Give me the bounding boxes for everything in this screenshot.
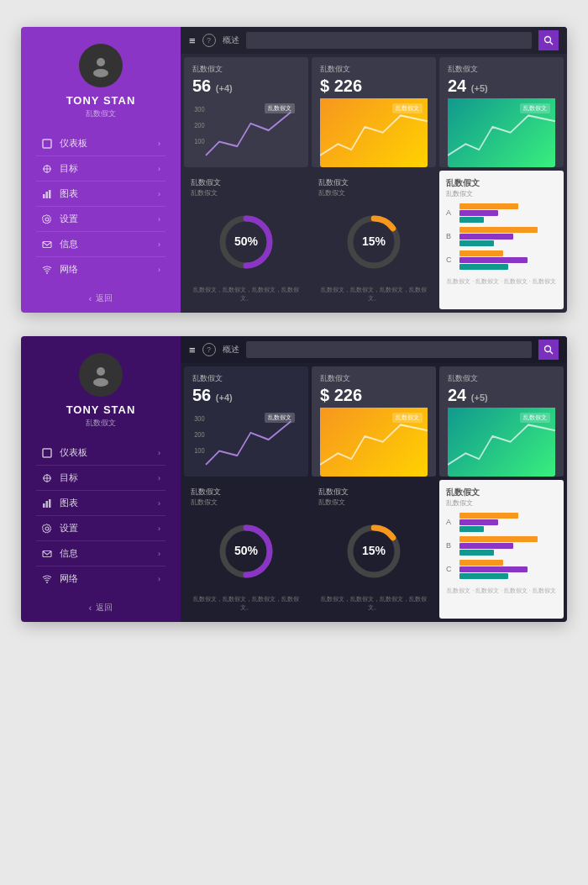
back-arrow-icon: ‹: [89, 294, 92, 303]
donut-subtitle: 乱数假文: [191, 498, 302, 507]
svg-text:15%: 15%: [362, 234, 386, 248]
back-label: 返回: [96, 602, 113, 614]
bar-row: A: [446, 513, 557, 532]
bar-segment: [459, 513, 518, 519]
svg-point-24: [93, 378, 108, 387]
crosshair-icon: [41, 163, 53, 175]
bar-segment: [459, 560, 503, 566]
nav-label: 设置: [60, 522, 78, 535]
ui-panel-panel2: TONY STAN 乱数假文 仪表板 › 目标 › 图表 ›: [21, 336, 567, 622]
svg-text:200: 200: [194, 120, 205, 129]
svg-point-0: [97, 58, 105, 66]
sidebar-item-网络[interactable]: 网络 ›: [36, 257, 165, 282]
chevron-icon: ›: [158, 140, 160, 148]
bar-label: A: [446, 208, 456, 217]
chevron-icon: ›: [158, 240, 160, 249]
chevron-icon: ›: [158, 474, 160, 482]
bar-segment: [459, 257, 528, 263]
bar-row: A: [446, 203, 557, 223]
bar-title: 乱数假文: [446, 177, 557, 189]
donut-card-0: 乱数假文 乱数假文 50% 乱数假文，乱数假文，乱数假文，乱数假文。: [184, 480, 308, 619]
sidebar-item-仪表板[interactable]: 仪表板 ›: [36, 131, 165, 156]
bar-group: [459, 250, 557, 270]
bar-segment: [459, 234, 513, 240]
bar-label: B: [446, 232, 456, 240]
menu-icon[interactable]: ≡: [189, 344, 196, 356]
donut-card-0: 乱数假文 乱数假文 50% 乱数假文，乱数假文，乱数假文，乱数假文。: [184, 171, 308, 310]
chevron-icon: ›: [158, 499, 160, 508]
nav-label: 信息: [60, 238, 78, 250]
donut-chart: 50%: [191, 201, 302, 285]
bar-row: C: [446, 250, 557, 270]
svg-point-32: [45, 527, 49, 530]
back-label: 返回: [96, 292, 113, 304]
stat-value: $ 226: [320, 386, 428, 404]
search-bar[interactable]: [246, 32, 532, 49]
svg-rect-7: [46, 192, 49, 198]
help-button[interactable]: ?: [202, 34, 216, 47]
back-button[interactable]: ‹ 返回: [74, 595, 128, 614]
bar-icon: [41, 188, 53, 200]
user-subtitle: 乱数假文: [86, 418, 116, 429]
sidebar-item-网络[interactable]: 网络 ›: [36, 566, 165, 591]
bar-segment: [459, 536, 538, 542]
bar-row: B: [446, 536, 557, 556]
donut-chart: 15%: [318, 201, 429, 285]
bar-segment: [459, 203, 518, 209]
cards-grid: 乱数假文 56 (+4) 乱数假文 300 200 100 乱数假文 $ 226…: [181, 54, 567, 313]
bar-row: C: [446, 560, 557, 579]
donut-caption: 乱数假文，乱数假文，乱数假文，乱数假文。: [318, 595, 429, 612]
donut-chart: 50%: [191, 510, 302, 594]
sidebar-item-目标[interactable]: 目标 ›: [36, 156, 165, 182]
donut-title: 乱数假文: [191, 487, 302, 498]
menu-icon[interactable]: ≡: [189, 34, 196, 47]
help-button[interactable]: ?: [202, 343, 216, 356]
svg-point-23: [97, 367, 105, 376]
bar-segment: [459, 227, 538, 233]
donut-title: 乱数假文: [191, 177, 302, 188]
search-button[interactable]: [538, 30, 559, 50]
svg-point-11: [46, 272, 48, 274]
avatar: [79, 353, 123, 397]
svg-rect-2: [43, 140, 51, 148]
svg-text:200: 200: [194, 429, 205, 439]
bar-card: 乱数假文 乱数假文 A B C 乱数假: [439, 480, 564, 619]
stat-card-2: 乱数假文 24 (+5) 乱数假文: [439, 57, 564, 167]
sidebar-item-设置[interactable]: 设置 ›: [36, 207, 165, 232]
bar-group: [459, 560, 557, 579]
svg-text:300: 300: [194, 104, 205, 113]
search-icon: [543, 345, 554, 355]
svg-point-12: [545, 37, 551, 43]
sidebar-item-信息[interactable]: 信息 ›: [36, 232, 165, 257]
stat-value: 24 (+5): [448, 76, 555, 95]
sidebar-nav: 仪表板 › 目标 › 图表 › 设置 › 信息: [21, 440, 181, 591]
chevron-icon: ›: [158, 550, 160, 558]
svg-point-9: [45, 218, 49, 221]
bar-segment: [459, 519, 498, 525]
sidebar-item-仪表板[interactable]: 仪表板 ›: [36, 440, 165, 466]
stat-value: 56 (+4): [192, 386, 300, 404]
sidebar-item-目标[interactable]: 目标 ›: [36, 466, 165, 491]
search-bar[interactable]: [246, 341, 532, 358]
sidebar-item-设置[interactable]: 设置 ›: [36, 516, 165, 541]
bar-segment: [459, 250, 503, 256]
sidebar: TONY STAN 乱数假文 仪表板 › 目标 › 图表 ›: [21, 336, 181, 622]
search-icon: [543, 35, 554, 45]
chevron-icon: ›: [158, 165, 160, 173]
back-button[interactable]: ‹ 返回: [74, 286, 128, 304]
topbar: ≡ ? 概述: [181, 336, 567, 363]
stat-card-1: 乱数假文 $ 226 乱数假文: [312, 57, 436, 167]
chevron-icon: ›: [158, 266, 160, 274]
sidebar-item-信息[interactable]: 信息 ›: [36, 541, 165, 566]
bar-segment: [459, 264, 508, 270]
bar-segment: [459, 210, 498, 216]
svg-text:50%: 50%: [234, 234, 259, 248]
sidebar-item-图表[interactable]: 图表 ›: [36, 491, 165, 516]
user-subtitle: 乱数假文: [86, 108, 116, 119]
nav-label: 图表: [60, 187, 78, 200]
sidebar-item-图表[interactable]: 图表 ›: [36, 182, 165, 207]
square-icon: [41, 138, 53, 150]
search-button[interactable]: [538, 340, 559, 360]
nav-label: 信息: [60, 547, 78, 560]
donut-title: 乱数假文: [318, 177, 429, 188]
